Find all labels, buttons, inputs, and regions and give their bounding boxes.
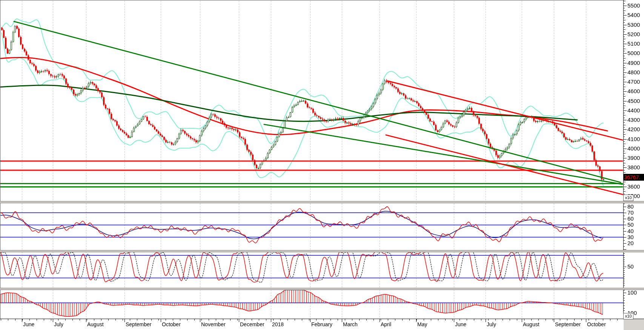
month-label: August xyxy=(523,321,539,327)
last-price-value: 36767. xyxy=(624,174,640,180)
month-label: September xyxy=(126,321,151,327)
month-label: October xyxy=(162,321,181,327)
panel-divider-1[interactable] xyxy=(0,201,644,203)
price-axis-label: 4300 xyxy=(627,117,640,123)
price-axis-label: 5300 xyxy=(627,22,640,28)
rsi-axis-label: 50 xyxy=(627,222,634,228)
month-label: 2018 xyxy=(272,321,284,327)
price-axis-label: 3800 xyxy=(627,164,640,170)
rsi-axis-label: 20 xyxy=(627,240,634,246)
rsi-axis-label: 70 xyxy=(627,210,634,216)
month-label: February xyxy=(311,321,332,327)
axis-corner-filler xyxy=(624,319,644,330)
last-price-tag: 36767. xyxy=(623,174,644,181)
price-axis-label: 5100 xyxy=(627,41,640,47)
multiplier-label: x10 xyxy=(625,314,632,318)
multiplier-badge-momentum: x10 xyxy=(623,313,633,319)
price-axis-label: 4000 xyxy=(627,146,640,152)
stochastic-axis-label: 50 xyxy=(627,264,634,270)
month-label: November xyxy=(201,321,226,327)
price-axis-label: 4700 xyxy=(627,79,640,85)
price-axis-label: 4200 xyxy=(627,126,640,132)
month-label: July xyxy=(487,321,496,327)
month-label: June xyxy=(23,321,34,327)
month-label: April xyxy=(381,321,391,327)
rsi-axis-label: 30 xyxy=(627,234,634,240)
month-label: July xyxy=(54,321,63,327)
price-axis-label: 4400 xyxy=(627,107,640,114)
rsi-axis-label: 80 xyxy=(627,204,634,210)
month-label: December xyxy=(240,321,264,327)
price-axis[interactable]: 5500540053005200510050004900480047004600… xyxy=(623,0,644,319)
month-label: October xyxy=(587,321,606,327)
price-axis-label: 4500 xyxy=(627,98,640,104)
panel-divider-2[interactable] xyxy=(0,250,644,252)
multiplier-label: x10 xyxy=(625,195,632,200)
month-label: March xyxy=(343,321,358,327)
price-axis-label: 5200 xyxy=(627,31,640,37)
price-axis-label: 4900 xyxy=(627,60,640,66)
price-axis-label: 5500 xyxy=(627,3,640,9)
time-axis[interactable]: JuneJulyAugustSeptemberOctoberNovemberDe… xyxy=(0,319,623,330)
chart-plot-area[interactable] xyxy=(0,0,644,330)
price-axis-label: 4800 xyxy=(627,69,640,75)
rsi-axis-label: 60 xyxy=(627,216,634,222)
price-axis-label: 5400 xyxy=(627,12,640,18)
price-axis-label: 3900 xyxy=(627,155,640,161)
price-axis-label: 4100 xyxy=(627,136,640,142)
panel-divider-3[interactable] xyxy=(0,288,644,290)
month-label: June xyxy=(455,321,466,327)
month-label: September xyxy=(555,321,581,327)
month-label: August xyxy=(87,321,104,327)
month-label: May xyxy=(417,321,427,327)
price-axis-label: 4600 xyxy=(627,88,640,94)
price-axis-label: 5000 xyxy=(627,50,640,56)
rsi-axis-label: 40 xyxy=(627,228,634,234)
price-axis-label: 3600 xyxy=(627,184,640,190)
multiplier-badge-price: x10 xyxy=(623,195,633,201)
momentum-axis-label: 100 xyxy=(627,290,637,296)
chart-window: 5500540053005200510050004900480047004600… xyxy=(0,0,644,330)
